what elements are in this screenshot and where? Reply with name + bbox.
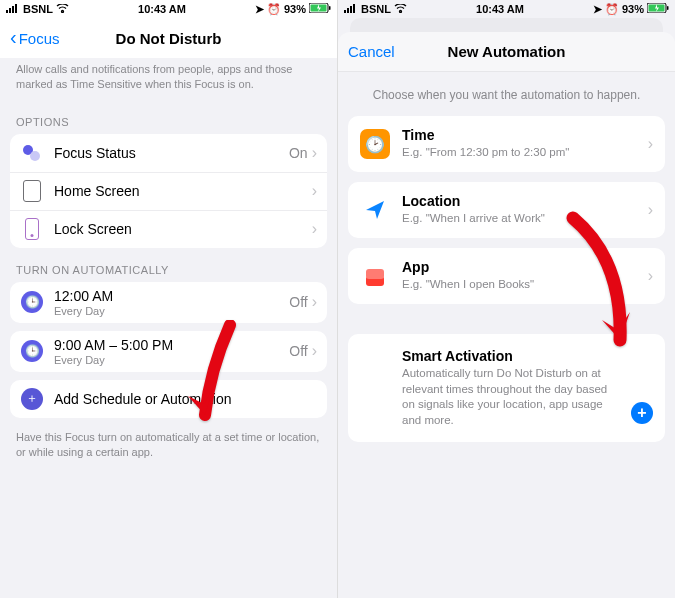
add-icon[interactable]: + — [631, 402, 653, 424]
trigger-title: Location — [402, 193, 648, 209]
clock: 10:43 AM — [138, 3, 186, 15]
modal-sheet: Cancel New Automation Choose when you wa… — [338, 32, 675, 598]
intro-text: Allow calls and notifications from peopl… — [10, 58, 327, 100]
chevron-right-icon: › — [312, 182, 317, 200]
battery-pct: 93% — [284, 3, 306, 15]
lock-screen-icon — [20, 217, 44, 241]
svg-rect-2 — [12, 6, 14, 13]
svg-rect-1 — [9, 8, 11, 13]
chevron-right-icon: › — [312, 293, 317, 311]
chevron-right-icon: › — [312, 342, 317, 360]
row-label: Home Screen — [54, 183, 312, 199]
trigger-sub: E.g. "When I open Books" — [402, 277, 622, 293]
trigger-title: Time — [402, 127, 648, 143]
location-icon: ➤ — [255, 3, 264, 16]
schedule-state: Off — [289, 294, 307, 310]
chevron-right-icon: › — [648, 201, 653, 219]
plus-icon: ＋ — [20, 387, 44, 411]
svg-rect-9 — [344, 10, 346, 13]
status-bar: BSNL 10:43 AM ➤ ⏰ 93% — [0, 0, 337, 18]
power-icon: ⏻ — [360, 350, 390, 380]
battery-icon — [309, 3, 331, 15]
add-schedule-label: Add Schedule or Automation — [54, 391, 317, 407]
clock-icon: 🕒 — [20, 339, 44, 363]
svg-rect-15 — [667, 6, 669, 10]
schedule-time: 12:00 AM — [54, 288, 289, 304]
focus-status-icon — [20, 141, 44, 165]
schedule-state: Off — [289, 343, 307, 359]
row-label: Focus Status — [54, 145, 289, 161]
chevron-right-icon: › — [312, 220, 317, 238]
clock-icon: 🕑 — [360, 129, 390, 159]
lock-screen-row[interactable]: Lock Screen › — [10, 210, 327, 248]
section-options: OPTIONS — [10, 100, 327, 134]
signal-icon — [6, 3, 20, 15]
carrier-label: BSNL — [361, 3, 391, 15]
status-bar: BSNL 10:43 AM ➤ ⏰ 93% — [338, 0, 675, 18]
clock-icon: 🕒 — [20, 290, 44, 314]
nav-header: ‹ Focus Do Not Disturb — [0, 18, 337, 58]
svg-rect-10 — [347, 8, 349, 13]
footer-text: Have this Focus turn on automatically at… — [10, 418, 327, 468]
row-value: On — [289, 145, 308, 161]
sheet-backdrop — [350, 18, 663, 32]
alarm-icon: ⏰ — [605, 3, 619, 16]
svg-rect-3 — [15, 4, 17, 13]
alarm-icon: ⏰ — [267, 3, 281, 16]
svg-rect-17 — [366, 269, 384, 279]
svg-rect-11 — [350, 6, 352, 13]
chevron-right-icon: › — [312, 144, 317, 162]
cancel-button[interactable]: Cancel — [348, 43, 395, 60]
row-label: Lock Screen — [54, 221, 312, 237]
section-auto: TURN ON AUTOMATICALLY — [10, 248, 327, 282]
signal-icon — [344, 3, 358, 15]
svg-rect-12 — [353, 4, 355, 13]
back-label: Focus — [19, 30, 60, 47]
chevron-left-icon: ‹ — [10, 27, 17, 47]
svg-point-8 — [30, 151, 40, 161]
trigger-app[interactable]: App E.g. "When I open Books" › — [348, 248, 665, 304]
schedule-row-0[interactable]: 🕒 12:00 AM Every Day Off › — [10, 282, 327, 323]
location-icon: ➤ — [593, 3, 602, 16]
add-schedule-row[interactable]: ＋ Add Schedule or Automation — [10, 380, 327, 418]
battery-icon — [647, 3, 669, 15]
schedule-sub: Every Day — [54, 305, 289, 317]
home-screen-row[interactable]: Home Screen › — [10, 172, 327, 210]
trigger-time[interactable]: 🕑 Time E.g. "From 12:30 pm to 2:30 pm" › — [348, 116, 665, 172]
schedule-row-1[interactable]: 🕒 9:00 AM – 5:00 PM Every Day Off › — [10, 331, 327, 372]
home-screen-icon — [20, 179, 44, 203]
app-stack-icon — [360, 261, 390, 291]
location-arrow-icon — [360, 195, 390, 225]
focus-status-row[interactable]: Focus Status On › — [10, 134, 327, 172]
trigger-sub: E.g. "When I arrive at Work" — [402, 211, 622, 227]
trigger-sub: E.g. "From 12:30 pm to 2:30 pm" — [402, 145, 622, 161]
trigger-location[interactable]: Location E.g. "When I arrive at Work" › — [348, 182, 665, 238]
chevron-right-icon: › — [648, 267, 653, 285]
clock: 10:43 AM — [476, 3, 524, 15]
carrier-label: BSNL — [23, 3, 53, 15]
trigger-smart-activation[interactable]: ⏻ Smart Activation Automatically turn Do… — [348, 334, 665, 442]
trigger-sub: Automatically turn Do Not Disturb on at … — [402, 366, 622, 428]
wifi-icon — [394, 3, 407, 15]
back-button[interactable]: ‹ Focus — [10, 28, 60, 48]
chevron-right-icon: › — [648, 135, 653, 153]
svg-rect-6 — [329, 6, 331, 10]
trigger-title: Smart Activation — [402, 348, 631, 364]
battery-pct: 93% — [622, 3, 644, 15]
schedule-sub: Every Day — [54, 354, 289, 366]
trigger-title: App — [402, 259, 648, 275]
schedule-time: 9:00 AM – 5:00 PM — [54, 337, 289, 353]
svg-rect-0 — [6, 10, 8, 13]
modal-subhead: Choose when you want the automation to h… — [338, 72, 675, 116]
wifi-icon — [56, 3, 69, 15]
